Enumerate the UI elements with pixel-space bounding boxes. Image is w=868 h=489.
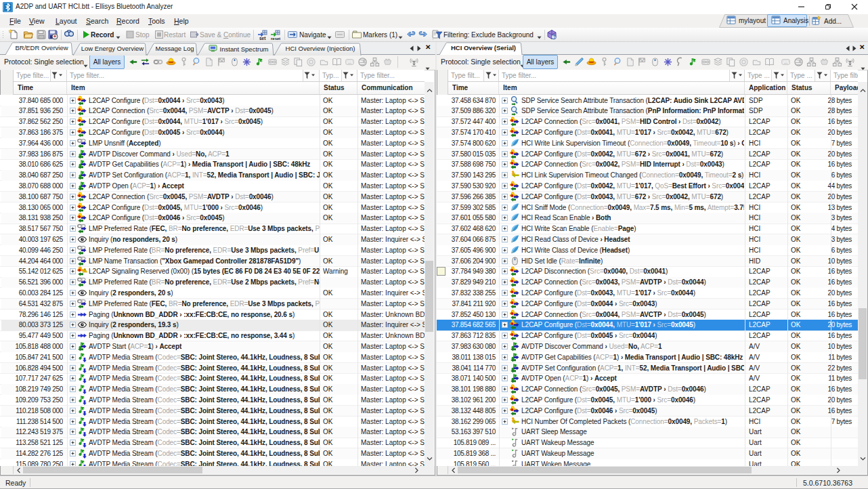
svg-text:set: set [259, 36, 266, 41]
svg-text:reset: reset [271, 37, 280, 41]
svg-text:?: ? [553, 35, 556, 39]
